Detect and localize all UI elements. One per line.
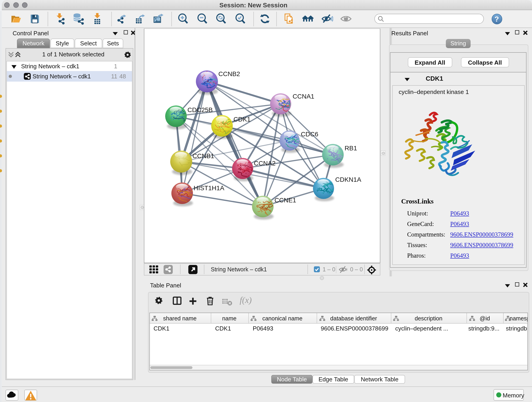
svg-text:CDKN1A: CDKN1A: [335, 176, 361, 183]
svg-text:CCNB1: CCNB1: [192, 153, 214, 160]
svg-text:HIST1H1A: HIST1H1A: [194, 185, 224, 191]
svg-text:CCNA2: CCNA2: [254, 160, 276, 167]
svg-text:RB1: RB1: [345, 145, 357, 152]
svg-text:CCNB2: CCNB2: [218, 70, 240, 77]
svg-text:CCNE1: CCNE1: [274, 197, 296, 204]
svg-text:CCNA1: CCNA1: [293, 93, 314, 100]
svg-text:CDC25B: CDC25B: [187, 106, 213, 114]
svg-text:CDK1: CDK1: [234, 116, 251, 123]
svg-text:CDC6: CDC6: [301, 131, 318, 138]
